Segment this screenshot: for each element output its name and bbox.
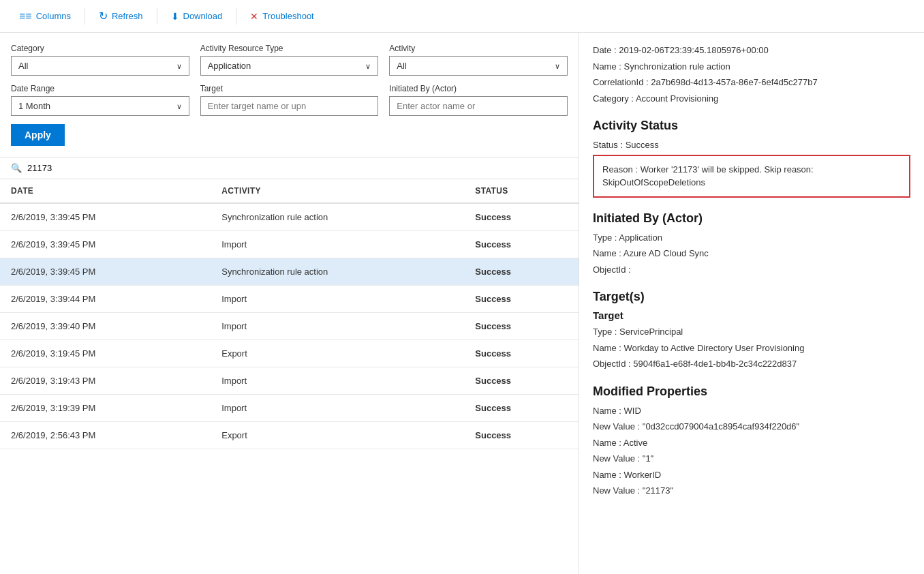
prop1-name: Name : WID	[593, 404, 910, 418]
troubleshoot-button[interactable]: ✕ Troubleshoot	[242, 7, 322, 26]
detail-status: Status : Success	[593, 138, 910, 152]
activity-status-section: Activity Status Status : Success Reason …	[593, 119, 910, 198]
target-objectid: ObjectId : 5904f6a1-e68f-4de1-bb4b-2c34c…	[593, 357, 910, 371]
initiated-by-label: Initiated By (Actor)	[389, 84, 568, 93]
date-range-filter-group: Date Range 1 Month	[11, 84, 189, 116]
target-subheading: Target	[593, 309, 910, 321]
table-row[interactable]: 2/6/2019, 2:56:43 PM Export Success	[0, 422, 579, 449]
row-date: 2/6/2019, 3:19:43 PM	[0, 367, 211, 395]
apply-button[interactable]: Apply	[11, 124, 65, 146]
row-status: Success	[464, 203, 579, 231]
columns-button[interactable]: ≡≡ Columns	[11, 6, 79, 27]
initiated-by-type: Type : Application	[593, 231, 910, 245]
row-status: Success	[464, 286, 579, 313]
table-row[interactable]: 2/6/2019, 3:39:40 PM Import Success	[0, 313, 579, 340]
detail-correlation-id: CorrelationId : 2a7b698d-4d13-457a-86e7-…	[593, 76, 910, 89]
table-container: DATE ACTIVITY STATUS 2/6/2019, 3:39:45 P…	[0, 179, 579, 574]
row-activity: Export	[211, 422, 464, 449]
target-name: Name : Workday to Active Directory User …	[593, 342, 910, 355]
prop1-newval: New Value : "0d32ccd079004a1c8954caf934f…	[593, 420, 910, 434]
table-header: DATE ACTIVITY STATUS	[0, 179, 579, 203]
row-activity: Import	[211, 313, 464, 340]
row-date: 2/6/2019, 3:39:45 PM	[0, 231, 211, 258]
activity-resource-type-label: Activity Resource Type	[200, 44, 379, 53]
target-type: Type : ServicePrincipal	[593, 325, 910, 339]
detail-top-info: Date : 2019-02-06T23:39:45.1805976+00:00…	[593, 44, 910, 105]
row-status: Success	[464, 367, 579, 395]
category-select[interactable]: All	[11, 56, 189, 76]
activity-table: DATE ACTIVITY STATUS 2/6/2019, 3:39:45 P…	[0, 179, 579, 449]
table-row[interactable]: 2/6/2019, 3:19:39 PM Import Success	[0, 395, 579, 422]
row-status: Success	[464, 258, 579, 286]
row-status: Success	[464, 395, 579, 422]
activity-resource-type-select[interactable]: Application	[200, 56, 379, 76]
modified-properties-heading: Modified Properties	[593, 384, 910, 399]
row-activity: Import	[211, 231, 464, 258]
table-row[interactable]: 2/6/2019, 3:39:45 PM Synchronization rul…	[0, 258, 579, 286]
download-icon: ⬇	[171, 11, 179, 22]
filter-row-2: Date Range 1 Month Target Initiated By (…	[11, 84, 568, 116]
row-date: 2/6/2019, 3:19:39 PM	[0, 395, 211, 422]
target-label: Target	[200, 84, 379, 93]
initiated-by-name: Name : Azure AD Cloud Sync	[593, 247, 910, 260]
category-chevron-icon	[176, 61, 182, 71]
refresh-icon: ↻	[99, 10, 108, 22]
detail-date: Date : 2019-02-06T23:39:45.1805976+00:00	[593, 44, 910, 57]
detail-name: Name : Synchronization rule action	[593, 60, 910, 74]
row-activity: Import	[211, 286, 464, 313]
row-activity: Export	[211, 340, 464, 367]
row-status: Success	[464, 422, 579, 449]
prop3-name: Name : WorkerID	[593, 468, 910, 482]
prop2-name: Name : Active	[593, 436, 910, 450]
filters-area: Category All Activity Resource Type Appl…	[0, 33, 579, 157]
download-button[interactable]: ⬇ Download	[163, 7, 231, 26]
activity-status-heading: Activity Status	[593, 119, 910, 133]
search-icon: 🔍	[11, 163, 22, 173]
detail-category: Category : Account Provisioning	[593, 92, 910, 106]
troubleshoot-icon: ✕	[250, 11, 258, 22]
toolbar-divider-3	[236, 8, 236, 25]
toolbar: ≡≡ Columns ↻ Refresh ⬇ Download ✕ Troubl…	[0, 0, 924, 33]
initiated-by-input[interactable]	[389, 96, 568, 116]
initiated-by-objectid: ObjectId :	[593, 263, 910, 277]
initiated-by-heading: Initiated By (Actor)	[593, 211, 910, 226]
right-panel: Date : 2019-02-06T23:39:45.1805976+00:00…	[579, 33, 924, 574]
activity-resource-type-filter-group: Activity Resource Type Application	[200, 44, 379, 76]
row-status: Success	[464, 313, 579, 340]
row-activity: Import	[211, 395, 464, 422]
search-input[interactable]	[27, 163, 568, 173]
initiated-by-section: Initiated By (Actor) Type : Application …	[593, 211, 910, 277]
columns-icon: ≡≡	[19, 10, 32, 22]
date-range-select[interactable]: 1 Month	[11, 96, 189, 116]
row-status: Success	[464, 340, 579, 367]
table-row[interactable]: 2/6/2019, 3:39:44 PM Import Success	[0, 286, 579, 313]
row-status: Success	[464, 231, 579, 258]
row-date: 2/6/2019, 3:19:45 PM	[0, 340, 211, 367]
toolbar-divider-2	[157, 8, 157, 25]
row-date: 2/6/2019, 2:56:43 PM	[0, 422, 211, 449]
table-row[interactable]: 2/6/2019, 3:19:43 PM Import Success	[0, 367, 579, 395]
category-label: Category	[11, 44, 189, 53]
filter-row-1: Category All Activity Resource Type Appl…	[11, 44, 568, 76]
table-body: 2/6/2019, 3:39:45 PM Synchronization rul…	[0, 203, 579, 449]
table-row[interactable]: 2/6/2019, 3:19:45 PM Export Success	[0, 340, 579, 367]
targets-section: Target(s) Target Type : ServicePrincipal…	[593, 290, 910, 371]
date-range-label: Date Range	[11, 84, 189, 93]
target-filter-group: Target	[200, 84, 379, 116]
activity-resource-type-chevron-icon	[365, 61, 371, 71]
targets-heading: Target(s)	[593, 290, 910, 304]
row-date: 2/6/2019, 3:39:45 PM	[0, 258, 211, 286]
refresh-button[interactable]: ↻ Refresh	[91, 5, 151, 27]
date-range-chevron-icon	[176, 101, 182, 111]
left-panel: Category All Activity Resource Type Appl…	[0, 33, 579, 574]
search-bar: 🔍	[0, 157, 579, 179]
prop3-newval: New Value : "21173"	[593, 484, 910, 498]
target-input[interactable]	[200, 96, 379, 116]
activity-select[interactable]: All	[389, 56, 568, 76]
prop2-newval: New Value : "1"	[593, 452, 910, 466]
row-activity: Import	[211, 367, 464, 395]
col-date: DATE	[0, 179, 211, 203]
table-row[interactable]: 2/6/2019, 3:39:45 PM Synchronization rul…	[0, 203, 579, 231]
activity-label: Activity	[389, 44, 568, 53]
table-row[interactable]: 2/6/2019, 3:39:45 PM Import Success	[0, 231, 579, 258]
